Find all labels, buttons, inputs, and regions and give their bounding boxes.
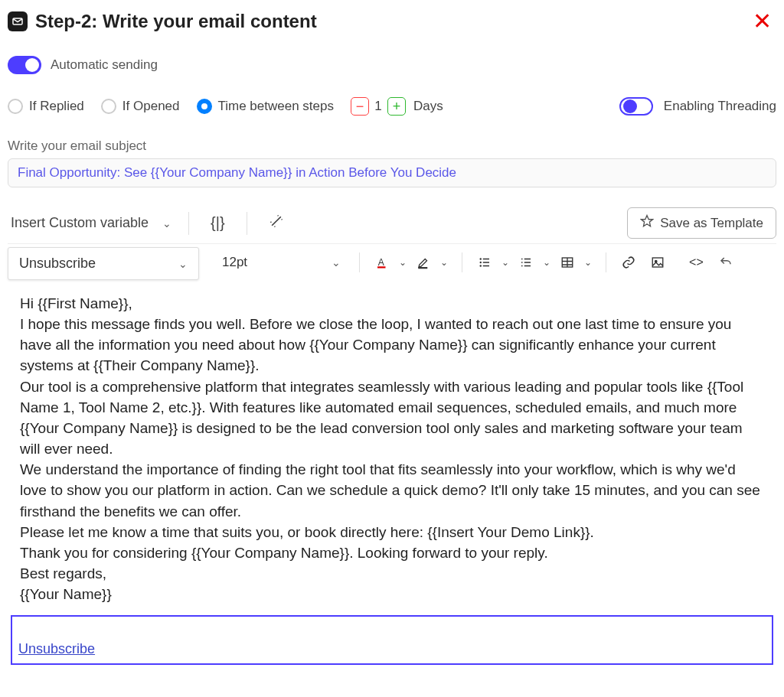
subject-input[interactable] xyxy=(8,158,776,187)
threading-toggle[interactable] xyxy=(619,97,653,116)
automatic-sending-row: Automatic sending xyxy=(8,56,776,74)
time-between-option[interactable]: Time between steps xyxy=(197,99,335,114)
chevron-down-icon: ⌄ xyxy=(162,217,172,230)
bullet-list-button[interactable] xyxy=(473,252,496,272)
body-line: Best regards, xyxy=(20,563,764,584)
modal-header: Step-2: Write your email content ✕ xyxy=(8,8,776,34)
chevron-down-icon[interactable]: ⌄ xyxy=(540,257,554,268)
divider xyxy=(606,252,606,272)
svg-point-6 xyxy=(480,262,482,263)
chevron-down-icon[interactable]: ⌄ xyxy=(437,257,451,268)
svg-text:A: A xyxy=(378,257,384,268)
body-line: We understand the importance of finding … xyxy=(20,459,764,521)
days-unit: Days xyxy=(413,99,443,114)
toolbar-formatting: Unsubscribe ⌄ 12pt ⌄ A ⌄ ⌄ ⌄ ⌄ ⌄ xyxy=(8,243,776,275)
insert-variable-dropdown[interactable]: Insert Custom variable ⌄ xyxy=(8,210,175,236)
radio-icon xyxy=(8,99,23,114)
svg-rect-17 xyxy=(652,258,663,267)
magic-wand-button[interactable] xyxy=(261,210,292,236)
subject-label: Write your email subject xyxy=(8,138,776,154)
chevron-down-icon: ⌄ xyxy=(332,256,341,269)
radio-selected-icon xyxy=(197,99,212,114)
body-line: Our tool is a comprehensive platform tha… xyxy=(20,376,764,460)
code-view-button[interactable]: <> xyxy=(684,252,708,272)
divider xyxy=(188,212,189,235)
svg-point-4 xyxy=(480,258,482,259)
unsubscribe-block: Unsubscribe xyxy=(11,615,773,665)
body-line: I hope this message finds you well. Befo… xyxy=(20,314,764,376)
increment-button[interactable]: + xyxy=(387,97,406,116)
automatic-sending-label: Automatic sending xyxy=(51,57,158,73)
font-size-dropdown[interactable]: 12pt ⌄ xyxy=(214,250,348,275)
numbered-list-button[interactable] xyxy=(514,252,537,272)
divider xyxy=(462,252,462,272)
if-replied-label: If Replied xyxy=(29,99,84,114)
star-icon xyxy=(640,214,654,232)
chevron-down-icon[interactable]: ⌄ xyxy=(396,257,410,268)
svg-rect-12 xyxy=(524,265,531,267)
svg-rect-14 xyxy=(521,262,523,263)
step-title: Step-2: Write your email content xyxy=(35,11,317,32)
unsubscribe-dropdown[interactable]: Unsubscribe ⌄ xyxy=(8,247,199,280)
svg-rect-11 xyxy=(524,262,531,263)
time-between-label: Time between steps xyxy=(218,99,335,114)
svg-rect-10 xyxy=(524,259,531,260)
body-line: Hi {{First Name}}, xyxy=(20,293,764,314)
highlight-color-button[interactable] xyxy=(412,252,435,272)
toolbar-primary: Insert Custom variable ⌄ {|} Save as Tem… xyxy=(8,207,776,239)
svg-point-8 xyxy=(480,265,482,266)
divider xyxy=(359,252,360,272)
days-stepper: − 1 + Days xyxy=(351,97,443,116)
save-as-template-button[interactable]: Save as Template xyxy=(627,207,776,239)
unsubscribe-link[interactable]: Unsubscribe xyxy=(18,641,95,656)
svg-rect-15 xyxy=(521,265,523,267)
automatic-sending-toggle[interactable] xyxy=(8,56,41,74)
if-opened-label: If Opened xyxy=(122,99,180,114)
svg-rect-2 xyxy=(377,266,386,268)
svg-rect-9 xyxy=(483,265,489,267)
table-button[interactable] xyxy=(556,252,579,272)
radio-icon xyxy=(101,99,116,114)
step-options-row: If Replied If Opened Time between steps … xyxy=(8,97,776,116)
text-color-button[interactable]: A xyxy=(371,252,394,272)
days-value: 1 xyxy=(374,99,383,114)
body-line: Please let me know a time that suits you… xyxy=(20,522,764,542)
merge-tag-button[interactable]: {|} xyxy=(203,211,233,235)
if-opened-option[interactable]: If Opened xyxy=(101,99,180,114)
close-icon[interactable]: ✕ xyxy=(748,8,776,34)
font-size-value: 12pt xyxy=(222,255,247,270)
svg-rect-13 xyxy=(521,259,523,260)
if-replied-option[interactable]: If Replied xyxy=(8,99,84,114)
chevron-down-icon: ⌄ xyxy=(178,258,188,270)
link-button[interactable] xyxy=(617,252,640,272)
svg-rect-3 xyxy=(418,267,427,269)
unsubscribe-dropdown-label: Unsubscribe xyxy=(19,256,96,272)
divider xyxy=(247,212,247,235)
chevron-down-icon[interactable]: ⌄ xyxy=(498,257,512,268)
insert-variable-label: Insert Custom variable xyxy=(11,215,149,231)
save-as-template-label: Save as Template xyxy=(660,216,763,231)
svg-rect-7 xyxy=(483,262,489,263)
email-body-editor[interactable]: Hi {{First Name}}, I hope this message f… xyxy=(8,293,776,604)
threading-label: Enabling Threading xyxy=(664,99,776,114)
image-button[interactable] xyxy=(646,252,669,272)
undo-button[interactable] xyxy=(714,252,737,272)
chevron-down-icon[interactable]: ⌄ xyxy=(581,257,595,268)
svg-rect-5 xyxy=(483,259,489,260)
mail-icon xyxy=(8,11,28,31)
decrement-button[interactable]: − xyxy=(351,97,369,116)
body-line: Thank you for considering {{Your Company… xyxy=(20,542,764,563)
body-line: {{Your Name}} xyxy=(20,584,764,604)
